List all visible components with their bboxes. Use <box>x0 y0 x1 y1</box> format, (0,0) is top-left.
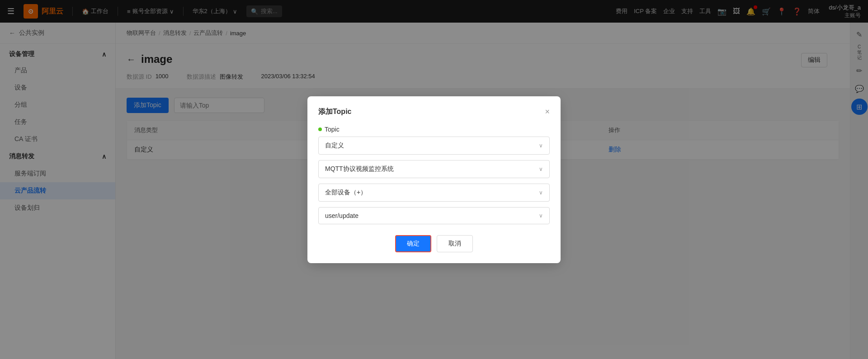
topic-input[interactable] <box>325 212 539 219</box>
confirm-button[interactable]: 确定 <box>395 235 431 252</box>
chevron-down-icon-2: ∨ <box>539 166 543 172</box>
modal-title: 添加Topic <box>318 107 351 117</box>
modal-close-button[interactable]: × <box>545 108 550 116</box>
modal-footer: 确定 取消 <box>318 235 550 252</box>
cancel-button[interactable]: 取消 <box>437 235 473 252</box>
topic-label: Topic <box>318 126 550 133</box>
modal-header: 添加Topic × <box>318 107 550 117</box>
chevron-down-icon-4: ∨ <box>539 213 543 219</box>
add-topic-modal: 添加Topic × Topic 自定义 ∨ MQTT协议视频监控系统 ∨ 全部设… <box>307 96 561 263</box>
dropdown-mqtt-value: MQTT协议视频监控系统 <box>325 165 394 173</box>
chevron-down-icon-3: ∨ <box>539 189 543 196</box>
dropdown-custom-value: 自定义 <box>325 142 344 150</box>
dropdown-mqtt[interactable]: MQTT协议视频监控系统 ∨ <box>318 160 550 178</box>
topic-form-section: Topic 自定义 ∨ MQTT协议视频监控系统 ∨ 全部设备（+） ∨ ∨ <box>318 126 550 224</box>
status-dot <box>318 128 322 131</box>
dropdown-devices[interactable]: 全部设备（+） ∨ <box>318 184 550 202</box>
topic-input-box[interactable]: ∨ <box>318 207 550 224</box>
modal-overlay: 添加Topic × Topic 自定义 ∨ MQTT协议视频监控系统 ∨ 全部设… <box>0 0 868 359</box>
dropdown-devices-value: 全部设备（+） <box>325 189 367 197</box>
chevron-down-icon-1: ∨ <box>539 142 543 149</box>
dropdown-custom[interactable]: 自定义 ∨ <box>318 137 550 155</box>
